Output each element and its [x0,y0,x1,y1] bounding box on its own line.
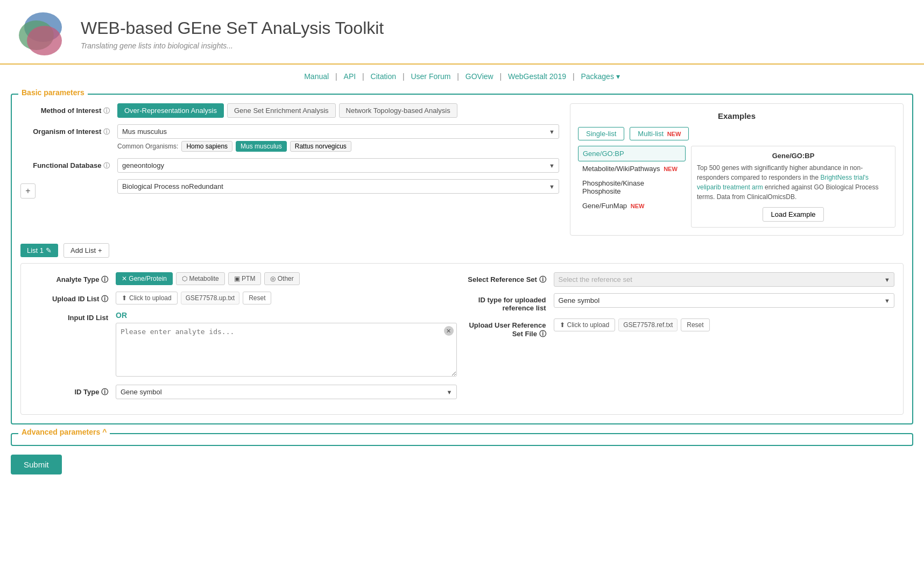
subdb-select[interactable]: Biological Process noRedundant [117,179,559,194]
method-help-icon[interactable]: ⓘ [103,107,110,115]
organism-label: Organism of Interest ⓘ [20,124,117,137]
header: WEB-based GEne SeT AnaLysis Toolkit Tran… [0,0,924,65]
examples-desc: Gene/GO:BP Top 500 genes with significan… [691,146,895,228]
ref-set-control: Select the reference set [554,272,895,287]
functional-db-label: Functional Database ⓘ [20,158,117,171]
ex-item-metabolite[interactable]: Metabolite/WikiPathways NEW [578,161,686,176]
input-id-list-row: Input ID List OR ✕ [30,311,457,378]
id-type-select-wrapper: Gene symbol Entrez Gene ID UniProt ID [116,385,457,399]
app-subtitle: Translating gene lists into biological i… [81,41,384,50]
nav-userforum[interactable]: User Forum [411,72,450,81]
list-tab-label: List 1 [27,246,44,254]
load-example-button[interactable]: Load Example [763,207,823,222]
examples-content: Gene/GO:BP Metabolite/WikiPathways NEW P… [578,146,895,228]
nav-bar: Manual | API | Citation | User Forum | G… [0,65,924,88]
examples-panel: Examples Single-list Multi-list NEW Gene… [570,103,904,236]
advanced-params-label: Advanced parameters ^ [18,428,110,436]
upload-help-icon[interactable]: ⓘ [101,295,108,303]
ref-set-select[interactable]: Select the reference set [554,272,895,287]
uploadref-help-icon[interactable]: ⓘ [539,330,546,338]
common-orgs-label: Common Organisms: [117,143,178,150]
method-btn-nta[interactable]: Network Topology-based Analysis [339,103,457,118]
upload-reset-button[interactable]: Reset [243,292,271,304]
upload-ref-row: Upload User Reference Set File ⓘ ⬆ Click… [468,318,895,339]
examples-desc-text: Top 500 genes with significantly higher … [697,163,890,202]
id-type-label: ID Type ⓘ [30,385,116,397]
add-list-button[interactable]: Add List + [64,243,109,258]
analyte-type-label: Analyte Type ⓘ [30,272,116,285]
id-type-ref-row: ID type for uploaded reference list Gene… [468,293,895,312]
nav-webgestalt2019[interactable]: WebGestalt 2019 [508,72,566,81]
or-label: OR [116,311,127,320]
upload-id-list-button[interactable]: ⬆ Click to upload [116,292,178,304]
examples-panel-wrapper: Examples Single-list Multi-list NEW Gene… [570,103,904,236]
functional-db-control: geneontology [117,158,559,173]
ref-set-select-wrapper: Select the reference set [554,272,895,287]
basic-params-box: Basic parameters Method of Interest ⓘ Ov… [11,94,913,424]
add-list-label: Add List [70,246,96,254]
id-type-row: ID Type ⓘ Gene symbol Entrez Gene ID Uni… [30,385,457,399]
advanced-params-box: Advanced parameters ^ [11,433,913,446]
idtype-help-icon[interactable]: ⓘ [101,388,108,396]
ref-reset-button[interactable]: Reset [681,318,709,331]
subdb-plus-label: + [20,179,117,199]
ex-item-funmap[interactable]: Gene/FunMap NEW [578,199,686,213]
list-content: Analyte Type ⓘ ✕ Gene/Protein ⬡ Metaboli… [20,263,904,415]
upload-ref-control: ⬆ Click to upload GSE77578.ref.txt Reset [554,318,895,331]
add-db-button[interactable]: + [20,183,36,199]
clear-textarea-icon[interactable]: ✕ [444,326,454,336]
advanced-toggle[interactable]: ^ [102,428,107,436]
ref-file-name: GSE77578.ref.txt [618,318,678,331]
analyte-btn-ptm[interactable]: ▣ PTM [228,272,262,285]
refset-help-icon[interactable]: ⓘ [539,275,546,284]
id-type-select[interactable]: Gene symbol Entrez Gene ID UniProt ID [116,385,457,399]
ex-item-phosphosite[interactable]: Phosphosite/Kinase Phosphosite [578,176,686,199]
org-btn-rattus[interactable]: Rattus norvegicus [290,141,351,152]
nav-citation[interactable]: Citation [371,72,396,81]
organism-help-icon[interactable]: ⓘ [103,128,110,136]
main-content: Basic parameters Method of Interest ⓘ Ov… [0,88,924,485]
upload-ref-button[interactable]: ⬆ Click to upload [554,318,616,331]
upload-id-list-label: Upload ID List ⓘ [30,292,116,304]
ref-set-label: Select Reference Set ⓘ [468,272,554,285]
examples-tab-singlelist[interactable]: Single-list [578,127,624,140]
input-id-list-control: OR ✕ [116,311,457,378]
analyte-btn-metabolite[interactable]: ⬡ Metabolite [176,272,225,285]
analyte-btn-group: ✕ Gene/Protein ⬡ Metabolite ▣ PTM ◎ Othe… [116,272,457,285]
list-tab-1[interactable]: List 1 ✎ [20,244,58,257]
org-btn-mus[interactable]: Mus musculus [236,141,287,152]
nav-api[interactable]: API [344,72,356,81]
nav-packages[interactable]: Packages ▾ [581,72,619,81]
org-btn-homo[interactable]: Homo sapiens [181,141,232,152]
ref-set-row: Select Reference Set ⓘ Select the refere… [468,272,895,287]
common-orgs-row: Common Organisms: Homo sapiens Mus muscu… [117,141,559,152]
method-label: Method of Interest ⓘ [20,103,117,116]
app-title: WEB-based GEne SeT AnaLysis Toolkit [81,18,384,38]
id-textarea[interactable] [116,323,457,377]
nav-manual[interactable]: Manual [304,72,329,81]
logo [16,10,70,58]
upload-icon: ⬆ [122,294,127,302]
brightness-link[interactable]: BrightNess trial's veliparib treatment a… [697,174,869,191]
method-btn-gsea[interactable]: Gene Set Enrichment Analysis [227,103,336,118]
analyte-type-row: Analyte Type ⓘ ✕ Gene/Protein ⬡ Metaboli… [30,272,457,285]
ex-item-genebp[interactable]: Gene/GO:BP [578,146,686,161]
logo-pink-ellipse [27,26,62,55]
upload-file-name: GSE77578.up.txt [181,292,239,304]
submit-button[interactable]: Submit [11,455,62,474]
examples-tabs: Single-list Multi-list NEW [578,127,895,140]
analyte-btn-geneprotein[interactable]: ✕ Gene/Protein [116,272,173,285]
list-tabs: List 1 ✎ Add List + [20,243,904,258]
nav-goview[interactable]: GOView [465,72,493,81]
funcdb-help-icon[interactable]: ⓘ [103,162,110,169]
examples-tab-multilist[interactable]: Multi-list NEW [630,127,689,140]
organism-select[interactable]: Mus musculus Homo sapiens Rattus norvegi… [117,124,559,139]
analyte-btn-other[interactable]: ◎ Other [264,272,299,285]
subdb-control: Biological Process noRedundant [117,179,559,194]
funcdb-select[interactable]: geneontology [117,158,559,173]
upload-click-label: Click to upload [129,294,172,302]
id-type-ref-control: Gene symbol Entrez Gene ID UniProt ID [554,293,895,308]
method-btn-ora[interactable]: Over-Representation Analysis [117,103,224,118]
id-type-ref-select[interactable]: Gene symbol Entrez Gene ID UniProt ID [554,293,895,308]
analyte-help-icon[interactable]: ⓘ [101,275,108,284]
